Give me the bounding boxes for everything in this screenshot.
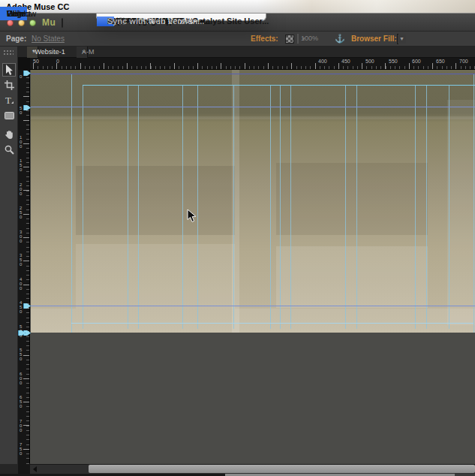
ruler-corner [18, 58, 30, 70]
horizontal-scrollbar-thumb[interactable] [89, 465, 475, 473]
guide-vertical[interactable] [182, 85, 183, 329]
ruler-label: 700 [459, 59, 468, 64]
menu-item-sync-with-web-version: Sync with Web Version... [97, 17, 114, 26]
guide-vertical[interactable] [449, 85, 449, 329]
chevron-down-icon[interactable]: ▼ [398, 35, 406, 44]
ruler-label: 1 5 0 [20, 158, 22, 172]
adobe-muse-screen: Adobe Muse CC FileEditPageObjectViewWind… [0, 0, 475, 476]
zoom-level-value: 100% [62, 19, 63, 27]
ruler-label: 7 5 0 [20, 442, 22, 456]
document-tab--website-1[interactable]: ×*Website-1 [27, 47, 38, 58]
ruler-label: 6 0 0 [20, 372, 22, 385]
document-tab-a-m[interactable]: ×A-M [77, 47, 88, 58]
scrollbar-corner [0, 464, 18, 474]
muse-logo: Mu [42, 17, 56, 28]
horizontal-ruler[interactable]: 500400450500550600650700 [30, 58, 475, 70]
ruler-label: 6 5 0 [20, 395, 22, 408]
ruler-label: 600 [412, 59, 421, 64]
ruler-label: 50 [33, 59, 39, 64]
mac-menu-bar: Adobe Muse CC FileEditPageObjectViewWind… [0, 0, 475, 14]
page-texture [276, 246, 428, 308]
ruler-label: 550 [389, 59, 398, 64]
ruler-label: 3 5 0 [20, 253, 22, 267]
ruler-label: 400 [318, 59, 327, 64]
ruler-label: 5 0 [20, 106, 22, 115]
guide-vertical[interactable] [415, 85, 416, 329]
chevron-down-icon[interactable]: ▼ [62, 19, 63, 27]
mouse-cursor [187, 209, 197, 223]
rectangle-tool-icon[interactable] [2, 109, 16, 122]
menubar-translucency [257, 0, 475, 13]
control-bar: Page: No States Effects: 100% ▼ ⚓ Browse… [0, 32, 475, 47]
effects-icon[interactable] [285, 35, 294, 44]
zoom-window-button[interactable] [29, 20, 36, 26]
guide-vertical[interactable] [233, 85, 234, 329]
ruler-label: 1 0 0 [20, 135, 22, 149]
scroll-left-arrow[interactable] [33, 466, 37, 472]
chevron-down-icon: ▼ [298, 35, 308, 43]
guide-vertical[interactable] [345, 85, 346, 329]
file-menu-dropdown: New Site...⌘NOpen Site...⌘OOpen Recent▶C… [96, 14, 266, 21]
ruler-label: 2 5 0 [20, 206, 22, 219]
guide-vertical[interactable] [280, 85, 281, 329]
menubar-item-help[interactable]: Help [0, 7, 31, 20]
tab-label: A-M [82, 47, 95, 58]
page-label: Page: [6, 35, 26, 43]
guide-vertical[interactable] [356, 85, 357, 329]
browser-fill-swatch[interactable]: ▼ [397, 34, 398, 44]
zoom-level-control[interactable]: 100% ▼ [62, 18, 63, 28]
guide-vertical[interactable] [270, 85, 271, 329]
page-texture [276, 163, 428, 235]
guide-vertical[interactable] [83, 85, 83, 329]
guide-vertical[interactable] [138, 85, 139, 329]
vertical-ruler[interactable]: 05 01 0 01 5 02 0 02 5 03 0 03 5 04 0 04… [18, 70, 30, 464]
ruler-label: 5 5 0 [20, 348, 22, 361]
close-window-button[interactable] [7, 20, 14, 26]
ruler-label: 450 [341, 59, 350, 64]
guide-horizontal[interactable] [71, 323, 473, 324]
page-texture [76, 244, 235, 309]
panel-grip[interactable] [3, 50, 14, 55]
ruler-stub [18, 464, 30, 474]
ruler-label: 500 [365, 59, 374, 64]
ruler-label: 0 [20, 74, 22, 79]
minimize-window-button[interactable] [18, 20, 25, 26]
crop-tool-icon[interactable] [2, 78, 16, 92]
guide-horizontal[interactable] [83, 85, 475, 86]
hand-tool-icon[interactable] [2, 128, 16, 141]
guide-vertical[interactable] [128, 85, 128, 329]
design-canvas[interactable] [31, 70, 475, 464]
ruler-label: 7 0 0 [20, 419, 22, 432]
guide-vertical[interactable] [473, 74, 474, 333]
guide-horizontal[interactable] [31, 107, 475, 107]
ruler-label: 3 0 0 [20, 230, 22, 243]
page-states-value[interactable]: No States [32, 35, 65, 43]
guide-vertical[interactable] [426, 85, 427, 329]
effects-label: Effects: [251, 35, 278, 43]
ruler-label: 2 0 0 [20, 182, 22, 196]
ruler-label: 650 [436, 59, 445, 64]
ruler-label: 4 5 0 [20, 300, 22, 314]
browser-fill-label: Browser Fill: [351, 35, 397, 43]
page-texture [31, 116, 475, 119]
guide-vertical[interactable] [290, 85, 291, 329]
ruler-label: 4 0 0 [20, 277, 22, 291]
anchor-icon[interactable]: ⚓ [335, 34, 345, 44]
guide-horizontal[interactable] [31, 306, 475, 306]
page-texture [447, 100, 475, 325]
page-texture [76, 166, 235, 235]
document-tab-bar: ×*Website-1×A-M [0, 47, 475, 58]
svg-text:T: T [5, 95, 11, 105]
guide-vertical[interactable] [71, 74, 72, 333]
zoom-tool-icon[interactable] [2, 143, 16, 156]
tool-panel: T [0, 47, 18, 464]
guide-vertical[interactable] [197, 85, 198, 329]
menu-item-label: Sync with Web Version... [107, 17, 204, 26]
selection-tool-icon[interactable] [2, 63, 16, 77]
page-texture [31, 309, 475, 333]
effects-opacity-control[interactable]: 100% ▼ [297, 34, 299, 44]
guide-horizontal[interactable] [31, 74, 475, 74]
ruler-label: 0 [56, 59, 59, 64]
tab-label: *Website-1 [32, 47, 65, 58]
text-tool-icon[interactable]: T [2, 93, 16, 107]
